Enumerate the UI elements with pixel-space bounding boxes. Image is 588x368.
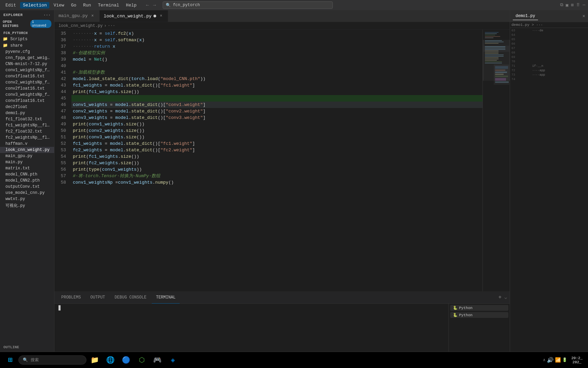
svg-rect-2 xyxy=(485,33,497,34)
sidebar-item-matrix[interactable]: matrix.txt xyxy=(0,165,54,171)
terminal-area[interactable]: ▊ xyxy=(54,304,448,359)
svg-rect-1 xyxy=(485,32,499,33)
svg-rect-5 xyxy=(485,37,493,38)
taskbar-search[interactable]: 🔍 搜索 xyxy=(18,355,86,365)
search-bar[interactable]: 🔍 fcn_pytorch xyxy=(163,1,333,9)
taskbar-browser-edge[interactable]: 🌐 xyxy=(103,353,118,368)
breadcrumb-file[interactable]: look_cnn_weight.py xyxy=(59,24,103,28)
python-icon-2: 🐍 xyxy=(453,313,458,317)
start-button[interactable]: ⊞ xyxy=(3,353,18,368)
nav-back-button[interactable]: ← xyxy=(145,2,150,9)
sidebar-item-conv2float[interactable]: conv2float16.txt xyxy=(0,86,54,92)
sidebar-item-use-model[interactable]: use_model_cnn.py xyxy=(0,190,54,196)
tab-close-look-cnn[interactable]: × xyxy=(158,13,164,19)
sidebar-item-fc1np[interactable]: fc1_weightsNp__flatten.txt xyxy=(0,122,54,128)
close-right-panel-button[interactable]: × xyxy=(583,14,585,19)
taskbar-search-placeholder: 搜索 xyxy=(31,357,39,363)
sidebar-item-wwtxt[interactable]: wwtxt.py xyxy=(0,196,54,202)
tab-close-main-gpu[interactable]: × xyxy=(90,13,95,19)
menu-terminal[interactable]: Terminal xyxy=(95,2,122,9)
layout-icon-4[interactable]: ⠿ xyxy=(576,2,580,8)
tray-icon-1[interactable]: 🔊 xyxy=(547,357,554,364)
sidebar-item-share[interactable]: 📁 share xyxy=(0,42,54,49)
terminal-split-button[interactable]: ⌵ xyxy=(504,295,507,300)
code-line-48: conv3_weights = model.state_dict()["conv… xyxy=(71,114,483,121)
bottom-panel: PROBLEMS OUTPUT DEBUG CONSOLE TERMINAL +… xyxy=(54,291,510,359)
sidebar-item-conv3np[interactable]: conv3_weightsNp_flatten.... xyxy=(0,92,54,98)
menu-help[interactable]: Help xyxy=(123,2,139,9)
breadcrumb-more[interactable]: ··· xyxy=(108,24,115,28)
svg-rect-11 xyxy=(485,46,505,47)
sidebar-item-demo1[interactable]: demo1.py xyxy=(0,110,54,116)
sidebar-item-main[interactable]: main.py xyxy=(0,159,54,165)
sidebar-item-fc2float32[interactable]: fc2_float32.txt xyxy=(0,128,54,135)
taskbar-xbox[interactable]: 🎮 xyxy=(150,353,165,368)
search-text: fcn_pytorch xyxy=(173,3,200,7)
tab-output[interactable]: OUTPUT xyxy=(86,292,109,304)
code-line-55: print(fc2_weights.size()) xyxy=(71,160,483,166)
sidebar-item-cnn-mnist[interactable]: CNN-mnist-7-12.py xyxy=(0,61,54,67)
code-line-47: conv2_weights = model.state_dict()["conv… xyxy=(71,108,483,114)
taskbar-vscode[interactable]: ◈ xyxy=(165,353,180,368)
menu-bar: Edit Selection View Go Run Terminal Help xyxy=(3,2,139,9)
sidebar-item-cnn-fpga[interactable]: cnn_fpga_get_weight.py xyxy=(0,55,54,61)
code-line-58: conv1_weightsNp =conv1_weights.numpy() xyxy=(71,179,483,186)
sidebar-item-conv2np[interactable]: conv2_weightsNp_flatten.... xyxy=(0,79,54,86)
svg-rect-6 xyxy=(485,40,502,41)
sidebar-item-look-cnn[interactable]: look_cnn_weight.py xyxy=(0,147,54,153)
layout-icon-3[interactable]: ⊞ xyxy=(571,2,574,8)
sidebar-item-main-gpu[interactable]: main_gpu.py xyxy=(0,153,54,159)
menu-edit[interactable]: Edit xyxy=(3,2,19,9)
sidebar-item-model-cnn[interactable]: model_CNN.pth xyxy=(0,171,54,178)
sidebar-item-scripts[interactable]: 📁 Scripts xyxy=(0,36,54,42)
code-content[interactable]: ········x = self.fc2(x) ········x = self… xyxy=(71,30,483,291)
system-tray-up[interactable]: ∧ xyxy=(543,357,545,363)
sidebar-item-visualization[interactable]: 可视化.py xyxy=(0,202,54,209)
taskbar-file-explorer[interactable]: 📁 xyxy=(87,353,102,368)
menu-go[interactable]: Go xyxy=(68,2,79,9)
sidebar-item-dec2float[interactable]: dec2float xyxy=(0,104,54,110)
svg-rect-16 xyxy=(485,53,499,54)
tray-icon-3[interactable]: 🔋 xyxy=(562,357,567,363)
layout-icon-1[interactable]: ⧉ xyxy=(560,2,563,8)
sidebar-item-pyvenv[interactable]: pyvenv.cfg xyxy=(0,49,54,55)
sidebar-item-fc2np[interactable]: fc2_weightsNp__flatten.txt xyxy=(0,135,54,141)
tray-icon-2[interactable]: 📶 xyxy=(555,357,561,363)
nav-forward-button[interactable]: → xyxy=(152,2,157,9)
right-tab-demo1[interactable]: demo1.py xyxy=(513,12,538,20)
sidebar-item-conv1np[interactable]: conv1_weightsNp_flatten.... xyxy=(0,67,54,73)
layout-icon-2[interactable]: ▣ xyxy=(566,2,569,8)
sidebar-item-model-cnn2[interactable]: model_CNN2.pth xyxy=(0,178,54,184)
tab-terminal[interactable]: TERMINAL xyxy=(152,292,180,304)
minimize-button[interactable]: — xyxy=(583,2,585,8)
edge-icon: 🌐 xyxy=(106,356,115,364)
taskbar-gamepass[interactable]: ⬡ xyxy=(134,353,149,368)
tab-look-cnn[interactable]: look_cnn_weight.py × xyxy=(100,10,168,22)
minimap xyxy=(483,30,510,291)
sidebar-item-fc1float32[interactable]: fc1_float32.txt xyxy=(0,116,54,122)
sidebar-item-haffman[interactable]: haffman.v xyxy=(0,141,54,147)
add-terminal-button[interactable]: + xyxy=(499,294,502,301)
sidebar-item-outputconv[interactable]: outputConv.txt xyxy=(0,184,54,190)
menu-view[interactable]: View xyxy=(51,2,67,9)
code-line-45 xyxy=(71,95,483,102)
code-line-50: print(conv2_weights.size()) xyxy=(71,127,483,134)
tab-modified-dot xyxy=(153,15,156,17)
tab-problems[interactable]: PROBLEMS xyxy=(57,292,85,304)
sidebar-item-conv3float[interactable]: conv3float16.txt xyxy=(0,98,54,104)
explorer-title: EXPLORER xyxy=(3,13,23,17)
tab-debug-console[interactable]: DEBUG CONSOLE xyxy=(111,292,151,304)
tab-label-look-cnn: look_cnn_weight.py xyxy=(104,14,151,19)
code-line-37: ········return x xyxy=(71,43,483,50)
explorer-options[interactable]: ··· xyxy=(44,13,51,17)
svg-rect-4 xyxy=(485,36,500,37)
menu-run[interactable]: Run xyxy=(80,2,94,9)
sidebar-item-conv1float[interactable]: conv1float16.txt xyxy=(0,73,54,79)
terminal-python-2[interactable]: 🐍 Python xyxy=(450,312,508,318)
search-icon: 🔍 xyxy=(166,3,171,8)
menu-selection[interactable]: Selection xyxy=(20,2,49,9)
tab-main-gpu[interactable]: main_gpu.py × xyxy=(54,10,100,22)
taskbar-clock[interactable]: 20:2_ 202_ xyxy=(569,356,585,364)
taskbar-browser-chrome[interactable]: 🔵 xyxy=(118,353,133,368)
terminal-python-1[interactable]: 🐍 Python xyxy=(450,305,508,311)
